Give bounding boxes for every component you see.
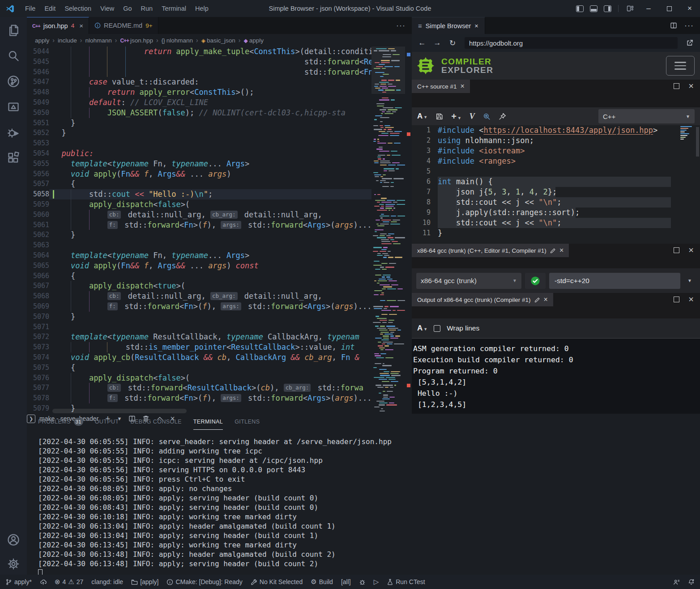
status-launch-target[interactable]: ▷ bbox=[374, 578, 379, 586]
browser-more-actions-icon[interactable]: ··· bbox=[684, 21, 694, 30]
add-pane-button[interactable]: +▼ bbox=[451, 111, 461, 122]
args-dropdown-icon[interactable]: ▼ bbox=[684, 273, 696, 289]
status-feedback[interactable] bbox=[673, 579, 680, 585]
panel-tab-debug-console[interactable]: DEBUG CONSOLE bbox=[131, 414, 182, 430]
menu-terminal[interactable]: Terminal bbox=[157, 5, 191, 12]
menu-run[interactable]: Run bbox=[137, 5, 158, 12]
menu-file[interactable]: File bbox=[21, 5, 40, 12]
terminal-line: [2022-04-30 06:13:48] INFO: apply: heade… bbox=[38, 550, 696, 559]
horizontal-scrollbar[interactable] bbox=[52, 409, 187, 413]
status-build-target[interactable]: [all] bbox=[341, 578, 351, 585]
maximize-pane-icon[interactable] bbox=[674, 297, 679, 302]
split-editor-icon[interactable] bbox=[670, 22, 677, 29]
maximize-pane-icon[interactable] bbox=[674, 83, 679, 89]
close-icon[interactable]: × bbox=[461, 82, 465, 90]
code-editor[interactable]: 5044 return apply_make_tuple<ConstThis>(… bbox=[27, 47, 412, 414]
editor-more-actions-icon[interactable]: ··· bbox=[396, 17, 412, 34]
menu-help[interactable]: Help bbox=[191, 5, 213, 12]
zoom-search-icon[interactable] bbox=[483, 113, 491, 120]
extensions-icon[interactable] bbox=[7, 152, 20, 164]
status-cmake-build[interactable]: ⚙Build bbox=[311, 578, 333, 586]
status-problems[interactable]: ⊗4⚠27 bbox=[55, 578, 83, 586]
close-window-button[interactable]: × bbox=[679, 0, 700, 17]
status-debug-target[interactable] bbox=[359, 579, 366, 585]
status-notifications[interactable] bbox=[688, 579, 695, 585]
source-code-editor[interactable]: 1#include <https://localhost:8443/apply/… bbox=[412, 125, 700, 244]
url-input[interactable]: https://godbolt.org bbox=[465, 37, 678, 49]
breadcrumb-item[interactable]: C++json.hpp bbox=[120, 37, 153, 44]
breadcrumb-item[interactable]: apply bbox=[35, 37, 49, 44]
status-cmake-kit[interactable]: No Kit Selected bbox=[251, 578, 303, 585]
menu-view[interactable]: View bbox=[96, 5, 119, 12]
rename-pencil-icon[interactable] bbox=[534, 297, 540, 303]
close-pane-icon[interactable]: × bbox=[688, 83, 694, 89]
minimize-button[interactable]: – bbox=[638, 0, 659, 17]
terminal[interactable]: [2022-04-30 06:05:55] INFO: serve_header… bbox=[38, 437, 696, 575]
close-pane-icon[interactable]: × bbox=[688, 247, 694, 253]
minimap-slider[interactable] bbox=[371, 47, 405, 94]
toggle-secondary-sidebar-icon[interactable] bbox=[604, 5, 611, 12]
maximize-pane-icon[interactable] bbox=[674, 247, 679, 253]
vim-toggle-button[interactable]: V bbox=[470, 112, 475, 121]
hamburger-menu-icon[interactable] bbox=[666, 56, 695, 76]
tab-simple-browser[interactable]: ≡ Simple Browser × bbox=[412, 17, 485, 34]
minimap[interactable] bbox=[371, 47, 405, 414]
open-external-icon[interactable] bbox=[683, 39, 696, 47]
panel-tab-terminal[interactable]: TERMINAL bbox=[193, 414, 223, 430]
pin-icon[interactable] bbox=[499, 113, 506, 120]
breadcrumb-item[interactable]: nlohmann bbox=[85, 37, 111, 44]
panel-tab-output[interactable]: OUTPUT bbox=[95, 414, 119, 430]
breadcrumb[interactable]: apply›include›nlohmann›C++json.hpp›{}nlo… bbox=[27, 34, 412, 47]
status-cmake-status[interactable]: CMake: [Debug]: Ready bbox=[166, 578, 242, 585]
menu-go[interactable]: Go bbox=[119, 5, 136, 12]
toggle-sidebar-icon[interactable] bbox=[576, 5, 584, 12]
save-icon[interactable] bbox=[435, 113, 443, 120]
maximize-button[interactable] bbox=[659, 0, 679, 17]
close-tab-icon[interactable]: × bbox=[474, 22, 478, 30]
close-icon[interactable]: × bbox=[559, 246, 563, 254]
breadcrumb-item[interactable]: ◆apply bbox=[243, 37, 264, 44]
cmake-panel-icon[interactable] bbox=[7, 101, 20, 113]
search-icon[interactable] bbox=[7, 50, 20, 62]
panel-tab-problems[interactable]: PROBLEMS31 bbox=[38, 414, 83, 430]
panel-tab-gitlens[interactable]: GITLENS bbox=[235, 414, 260, 430]
status-publish-changes[interactable] bbox=[40, 579, 47, 585]
status-active-folder[interactable]: [apply] bbox=[131, 578, 158, 585]
toggle-panel-icon[interactable] bbox=[590, 5, 598, 12]
code-line: 5069 f: std::forward<Fn>(f), args: std::… bbox=[27, 301, 371, 312]
run-debug-icon[interactable] bbox=[7, 126, 20, 139]
language-select[interactable]: C++ ▼ bbox=[598, 109, 695, 123]
breadcrumb-item[interactable]: {}nlohmann bbox=[162, 37, 193, 44]
source-panel-tab[interactable]: C++ source #1 × bbox=[412, 80, 470, 93]
compiler-args-input[interactable]: -std=c++20 bbox=[549, 273, 680, 289]
wrap-lines-checkbox[interactable] bbox=[434, 325, 440, 332]
source-control-icon[interactable] bbox=[7, 75, 20, 88]
back-icon[interactable]: ← bbox=[415, 38, 429, 47]
close-tab-icon[interactable]: × bbox=[79, 22, 83, 30]
reload-icon[interactable]: ↻ bbox=[446, 38, 459, 48]
rename-pencil-icon[interactable] bbox=[550, 248, 556, 254]
tab-json-hpp[interactable]: C++ json.hpp 4 × bbox=[27, 17, 89, 34]
breadcrumb-item[interactable]: ◈basic_json bbox=[201, 37, 235, 44]
explorer-icon[interactable] bbox=[7, 24, 20, 37]
tab-readme-md[interactable]: README.md 9+ bbox=[89, 17, 158, 34]
menu-edit[interactable]: Edit bbox=[40, 5, 60, 12]
close-pane-icon[interactable]: × bbox=[688, 297, 694, 302]
compiler-select[interactable]: x86-64 gcc (trunk) ▼ bbox=[416, 273, 521, 289]
breadcrumb-item[interactable]: include bbox=[58, 37, 77, 44]
status-git-branch[interactable]: apply* bbox=[5, 578, 32, 585]
menu-selection[interactable]: Selection bbox=[60, 5, 96, 12]
customize-layout-icon[interactable] bbox=[627, 5, 634, 12]
output-panel-tab[interactable]: Output of x86-64 gcc (trunk) (Compiler #… bbox=[412, 293, 553, 306]
forward-icon[interactable]: → bbox=[431, 38, 444, 47]
close-icon[interactable]: × bbox=[544, 296, 548, 304]
status-run-ctest[interactable]: Run CTest bbox=[387, 578, 425, 585]
text-cursor bbox=[53, 190, 54, 199]
font-size-button[interactable]: A▼ bbox=[417, 112, 427, 121]
compiler-panel-tab[interactable]: x86-64 gcc (trunk) (C++, Editor #1, Comp… bbox=[412, 244, 569, 257]
status-clangd-status[interactable]: clangd: idle bbox=[91, 578, 123, 585]
account-icon[interactable] bbox=[7, 534, 20, 546]
source-scrollbar[interactable] bbox=[696, 127, 699, 157]
output-font-size-button[interactable]: A▼ bbox=[417, 324, 427, 333]
settings-gear-icon[interactable] bbox=[7, 558, 20, 570]
